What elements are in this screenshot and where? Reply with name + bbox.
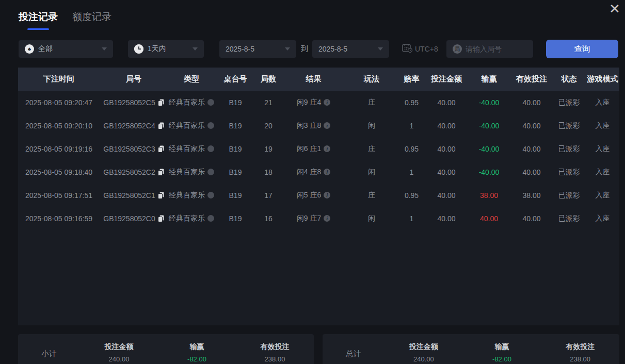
close-icon[interactable]: ✕ xyxy=(609,2,620,15)
copy-icon[interactable] xyxy=(158,169,164,176)
info-icon[interactable]: i xyxy=(324,99,330,106)
cell-status: 已派彩 xyxy=(552,214,586,223)
cell-text: 1 xyxy=(410,122,414,130)
calendar-clock-icon xyxy=(402,43,413,55)
summary-item: 投注金额240.00 xyxy=(80,342,158,363)
cell-mode: 入座 xyxy=(586,144,619,154)
cell-win_loss: -40.00 xyxy=(467,98,511,107)
cell-result: 闲9 庄7i xyxy=(281,214,346,223)
cell-text: 2025-08-05 09:17:51 xyxy=(25,191,92,200)
summary-item-label: 投注金额 xyxy=(80,342,158,352)
info-icon[interactable]: i xyxy=(324,145,330,152)
tab-label: 额度记录 xyxy=(72,11,111,22)
cell-text: GB19258052C5 xyxy=(103,98,155,107)
clock-icon xyxy=(134,44,143,54)
cell-table_no: B19 xyxy=(215,191,255,200)
cell-valid_bet: 40.00 xyxy=(511,214,552,223)
tab-bet-records[interactable]: 投注记录 xyxy=(19,10,58,30)
replay-icon xyxy=(207,215,214,222)
summary-item-value: -82.00 xyxy=(463,355,541,363)
cell-text: GB19258052C2 xyxy=(103,168,155,176)
column-header: 结果 xyxy=(281,74,346,84)
cell-text: 闲3 庄8 xyxy=(297,121,321,130)
info-icon[interactable]: i xyxy=(324,122,330,129)
copy-icon[interactable] xyxy=(158,122,164,129)
time-range-dropdown[interactable]: 1天内 xyxy=(128,40,204,58)
game-type-dropdown[interactable]: ♠ 全部 xyxy=(19,40,113,58)
cell-time: 2025-08-05 09:20:47 xyxy=(18,98,100,107)
copy-icon[interactable] xyxy=(158,145,164,153)
time-range-value: 1天内 xyxy=(148,44,166,54)
cell-play: 庄 xyxy=(346,191,397,200)
info-icon[interactable]: i xyxy=(324,192,330,198)
cell-text: 40.00 xyxy=(437,98,455,107)
cell-text: 16 xyxy=(264,214,273,223)
cell-valid_bet: 40.00 xyxy=(511,98,552,107)
column-header: 投注金额 xyxy=(426,74,467,84)
cell-text: -40.00 xyxy=(479,145,500,153)
summary-item-value: 238.00 xyxy=(541,355,619,363)
cell-round_no: 20 xyxy=(255,122,281,130)
cell-valid_bet: 40.00 xyxy=(511,168,552,176)
cell-text: GB19258052C3 xyxy=(103,145,155,153)
date-to-dropdown[interactable]: 2025-8-5 xyxy=(312,40,389,58)
cell-win_loss: -40.00 xyxy=(467,168,511,176)
cell-text: 经典百家乐 xyxy=(169,121,205,130)
summary-item-label: 投注金额 xyxy=(384,342,463,352)
date-from-dropdown[interactable]: 2025-8-5 xyxy=(219,40,296,58)
column-header: 状态 xyxy=(552,74,586,84)
cell-odds: 0.95 xyxy=(397,191,426,200)
cell-bet: 40.00 xyxy=(426,191,467,200)
cell-result: 闲9 庄4i xyxy=(281,98,346,107)
replay-icon xyxy=(207,122,214,129)
cell-text: 40.00 xyxy=(480,214,498,223)
copy-icon[interactable] xyxy=(158,99,164,106)
summary-item-value: 238.00 xyxy=(236,355,314,363)
cell-text: 闲9 庄4 xyxy=(297,98,321,107)
cell-time: 2025-08-05 09:17:51 xyxy=(18,191,100,200)
cell-status: 已派彩 xyxy=(552,168,586,177)
cell-type: 经典百家乐 xyxy=(168,191,215,200)
cell-result: 闲4 庄8i xyxy=(281,168,346,177)
copy-icon[interactable] xyxy=(158,192,164,199)
cell-round_no: 17 xyxy=(255,191,281,200)
cell-text: 0.95 xyxy=(405,98,419,107)
tab-quota-records[interactable]: 额度记录 xyxy=(72,10,111,30)
cell-text: 已派彩 xyxy=(558,98,580,107)
column-header: 下注时间 xyxy=(18,74,100,84)
chevron-down-icon xyxy=(285,47,290,51)
to-label: 到 xyxy=(301,44,308,54)
copy-icon[interactable] xyxy=(158,215,164,222)
cell-type: 经典百家乐 xyxy=(168,214,215,223)
search-button[interactable]: 查询 xyxy=(546,40,618,58)
cell-text: -40.00 xyxy=(479,168,500,176)
cell-text: 40.00 xyxy=(522,168,540,176)
cell-text: 20 xyxy=(264,122,273,130)
table-row: 2025-08-05 09:20:47GB19258052C5经典百家乐B192… xyxy=(18,91,619,114)
cell-text: 40.00 xyxy=(437,145,455,153)
cell-type: 经典百家乐 xyxy=(168,98,215,107)
replay-icon xyxy=(207,192,214,198)
cell-table_no: B19 xyxy=(215,98,255,107)
cell-text: 2025-08-05 09:19:16 xyxy=(25,145,92,153)
cell-time: 2025-08-05 09:16:59 xyxy=(18,214,100,223)
replay-icon xyxy=(207,169,214,175)
cell-text: 40.00 xyxy=(522,122,540,130)
info-icon[interactable]: i xyxy=(324,215,330,222)
cell-bet: 40.00 xyxy=(426,122,467,130)
cell-text: GB19258052C0 xyxy=(103,214,155,223)
info-icon[interactable]: i xyxy=(324,169,330,175)
subtotal-panel: 小计 投注金额240.00输赢-82.00有效投注238.00 xyxy=(18,334,314,364)
summary-item-label: 输赢 xyxy=(463,342,541,352)
cell-mode: 入座 xyxy=(586,214,619,223)
cell-text: 2025-08-05 09:20:10 xyxy=(25,122,92,130)
cell-text: 入座 xyxy=(596,121,610,130)
spade-icon: ♠ xyxy=(25,44,34,54)
cell-text: -40.00 xyxy=(479,122,500,130)
cell-mode: 入座 xyxy=(586,191,619,200)
round-input[interactable] xyxy=(466,45,522,53)
cell-round: GB19258052C1 xyxy=(100,191,168,200)
cell-text: 闲4 庄8 xyxy=(297,168,321,177)
total-label: 总计 xyxy=(323,349,384,359)
chevron-down-icon xyxy=(378,47,383,51)
